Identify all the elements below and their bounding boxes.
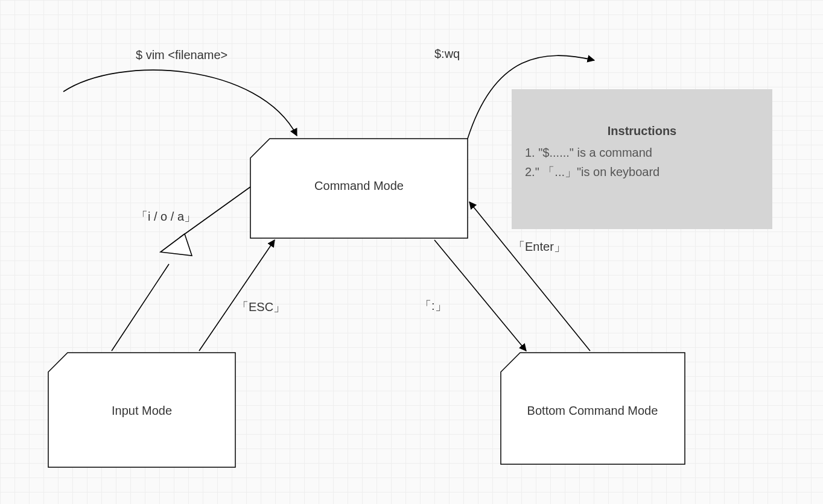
node-bottom-command-mode-label: Bottom Command Mode bbox=[527, 404, 658, 417]
node-bottom-command-mode: Bottom Command Mode bbox=[501, 353, 685, 464]
edge-vim-label: $ vim <filename> bbox=[136, 48, 227, 61]
edge-vim: $ vim <filename> bbox=[63, 48, 297, 136]
svg-rect-0 bbox=[512, 89, 772, 229]
node-command-mode: Command Mode bbox=[250, 139, 468, 238]
edge-esc: 「ESC」 bbox=[199, 240, 285, 351]
edge-enter-label: 「Enter」 bbox=[513, 240, 566, 253]
svg-line-4 bbox=[434, 240, 526, 351]
diagram-canvas: Command Mode Input Mode Bottom Command M… bbox=[0, 0, 823, 504]
instructions-box: Instructions 1. "$......" is a command 2… bbox=[512, 89, 772, 229]
node-command-mode-label: Command Mode bbox=[314, 179, 404, 192]
edge-wq-label: $:wq bbox=[434, 47, 460, 60]
edge-colon-label: 「:」 bbox=[419, 299, 447, 312]
instructions-line-2: 2." 「...」"is on keyboard bbox=[525, 165, 659, 178]
node-input-mode-label: Input Mode bbox=[112, 404, 172, 417]
edge-colon: 「:」 bbox=[419, 240, 526, 351]
instructions-title: Instructions bbox=[608, 124, 676, 137]
instructions-line-1: 1. "$......" is a command bbox=[525, 146, 652, 159]
edge-ioa: 「i / o / a」 bbox=[112, 187, 250, 351]
svg-line-3 bbox=[199, 240, 275, 351]
edge-esc-label: 「ESC」 bbox=[237, 300, 285, 313]
node-input-mode: Input Mode bbox=[48, 353, 235, 467]
svg-line-2 bbox=[112, 264, 169, 351]
edge-ioa-label: 「i / o / a」 bbox=[136, 210, 196, 223]
